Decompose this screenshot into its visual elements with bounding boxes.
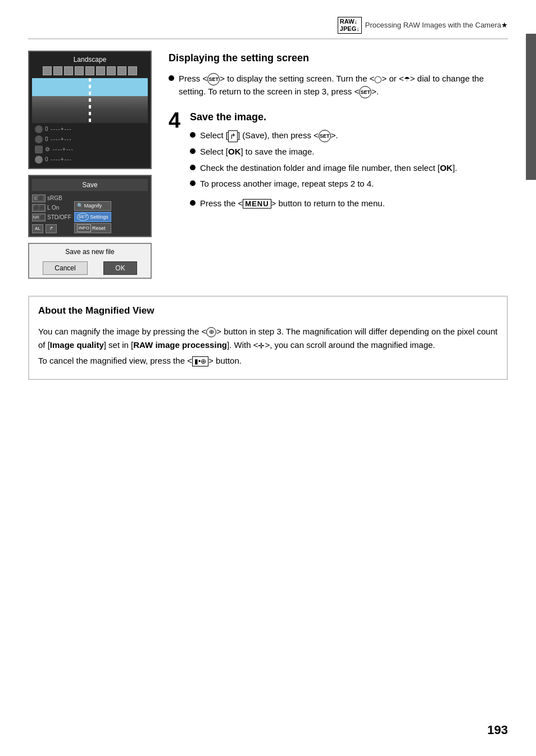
arrow-icon: ↱ bbox=[46, 224, 57, 233]
right-column: Displaying the setting screen Press <SET… bbox=[169, 51, 508, 279]
display-bullets: Press <SET> to display the setting scree… bbox=[169, 73, 508, 98]
info-icon: INFO bbox=[77, 224, 91, 232]
about-paragraph-1: You can magnify the image by pressing th… bbox=[38, 325, 498, 352]
size-icon: ⬛⬛ bbox=[32, 204, 46, 212]
menu-key: MENU bbox=[243, 199, 271, 209]
icon-sq-2 bbox=[53, 66, 62, 75]
row-icon-4 bbox=[35, 156, 43, 164]
step4-bullet-text-4: To process another image, repeat steps 2… bbox=[200, 178, 374, 191]
step4-bullet-5: Press the <MENU> button to return to the… bbox=[190, 197, 508, 210]
page-number: 193 bbox=[487, 721, 508, 739]
row-dots-1: 0 ----+--- bbox=[45, 125, 72, 133]
set-key-s4-1: SET bbox=[319, 130, 331, 142]
row-icon-2 bbox=[35, 135, 43, 143]
save-dialog-title: Save as new file bbox=[35, 247, 145, 257]
nr-icon: NR⬛ bbox=[32, 214, 46, 221]
save-row-tone: C⬛ sRGB bbox=[32, 194, 71, 202]
magnify-label: Magnify bbox=[84, 202, 102, 210]
step4-content: Save the image. Select [↱] (Save), then … bbox=[190, 110, 508, 213]
save-dialog-buttons: Cancel OK bbox=[35, 261, 145, 275]
row-icon-3 bbox=[35, 146, 43, 153]
settings-row-3: ⚙ ----+--- bbox=[35, 145, 145, 153]
icon-sq-9 bbox=[128, 66, 137, 75]
header-bar: RAW↓JPEG↓ Processing RAW Images with the… bbox=[28, 17, 508, 39]
reset-label: Reset bbox=[92, 225, 106, 233]
al-icon: AL bbox=[32, 224, 43, 233]
info-reset-button-screen: INFO Reset bbox=[74, 223, 111, 233]
raw-jpeg-badge: RAW↓JPEG↓ bbox=[338, 17, 362, 34]
bullet-dot-s4-5 bbox=[190, 200, 196, 206]
icon-sq-1 bbox=[43, 66, 52, 75]
icon-sq-8 bbox=[117, 66, 126, 75]
set-key-1: SET bbox=[207, 73, 220, 85]
row-dots-2: 0 ----+--- bbox=[45, 135, 72, 143]
magnify-button-screen: 🔍 Magnify bbox=[74, 201, 111, 211]
nr-label: STD/OFF bbox=[47, 213, 71, 221]
step4-bullet-4: To process another image, repeat steps 2… bbox=[190, 178, 508, 191]
step4-bullet-text-3: Check the destination folder and image f… bbox=[200, 162, 457, 175]
settings-row-4: 0 ----+--- bbox=[35, 155, 145, 164]
icon-sq-6 bbox=[96, 66, 105, 75]
display-heading: Displaying the setting screen bbox=[169, 51, 508, 66]
landscape-label: Landscape bbox=[32, 55, 148, 65]
magnify-icon: 🔍 bbox=[77, 202, 83, 210]
ok-bold-2: OK bbox=[440, 163, 453, 173]
bullet-dot-s4-4 bbox=[190, 180, 196, 186]
left-column: Landscape bbox=[28, 51, 152, 279]
about-paragraph-2: To cancel the magnified view, press the … bbox=[38, 354, 498, 368]
bullet-dot-s4-2 bbox=[190, 148, 196, 154]
set-settings-button-screen: SET Settings bbox=[74, 212, 111, 222]
display-bullet-text-1: Press <SET> to display the setting scree… bbox=[179, 73, 508, 98]
bullet-dot-s4-3 bbox=[190, 165, 196, 170]
section-display: Displaying the setting screen Press <SET… bbox=[169, 51, 508, 98]
ok-bold: OK bbox=[228, 147, 241, 156]
size-label: L On bbox=[47, 203, 59, 212]
tone-icon: C⬛ bbox=[32, 194, 46, 202]
settings-row-1: 0 ----+--- bbox=[35, 125, 145, 133]
save-left-panel: C⬛ sRGB ⬛⬛ L On NR⬛ STD/OFF AL bbox=[32, 194, 71, 233]
about-title: About the Magnified View bbox=[38, 304, 498, 318]
step4-title: Save the image. bbox=[190, 110, 508, 125]
step4-bullets: Select [↱] (Save), then press <SET>. Sel… bbox=[190, 129, 508, 210]
sidebar-accent bbox=[526, 34, 536, 180]
quick-dial-icon: ☂ bbox=[404, 75, 410, 83]
raw-processing-bold: RAW image processing bbox=[133, 340, 227, 350]
cancel-button[interactable]: Cancel bbox=[43, 261, 87, 275]
road-image bbox=[32, 78, 148, 123]
tone-label: sRGB bbox=[47, 194, 62, 202]
settings-rows: 0 ----+--- 0 ----+--- ⚙ ----+--- 0 ----+… bbox=[32, 123, 148, 165]
row-dots-3: ⚙ ----+--- bbox=[45, 145, 74, 153]
bullet-dot-s4-1 bbox=[190, 132, 196, 138]
ok-button[interactable]: OK bbox=[103, 261, 137, 275]
step4-bullet-1: Select [↱] (Save), then press <SET>. bbox=[190, 129, 508, 142]
scroll-symbol: ✛ bbox=[258, 341, 265, 350]
magnify-btn-symbol: ⊕ bbox=[206, 327, 216, 337]
about-body: You can magnify the image by pressing th… bbox=[38, 325, 498, 368]
step4-bullet-text-1: Select [↱] (Save), then press <SET>. bbox=[200, 129, 338, 142]
landscape-screen: Landscape bbox=[28, 51, 152, 169]
icon-bar bbox=[32, 66, 148, 75]
main-dial-icon: ◯ bbox=[374, 75, 381, 83]
save-row-size: ⬛⬛ L On bbox=[32, 203, 71, 212]
image-quality-bold: Image quality bbox=[50, 340, 104, 350]
row-icon-1 bbox=[35, 125, 43, 133]
settings-label: Settings bbox=[90, 214, 108, 221]
save-symbol: ↱ bbox=[228, 130, 238, 143]
save-bottom-icons: AL ↱ bbox=[32, 224, 71, 233]
step4-bullet-2: Select [OK] to save the image. bbox=[190, 146, 508, 159]
header-title: Processing RAW Images with the Camera bbox=[365, 20, 501, 31]
set-key-2: SET bbox=[359, 86, 371, 98]
icon-sq-3 bbox=[64, 66, 73, 75]
step4-bullet-text-5: Press the <MENU> button to return to the… bbox=[200, 197, 385, 210]
road-line bbox=[89, 78, 91, 123]
about-section: About the Magnified View You can magnify… bbox=[28, 296, 508, 380]
icon-sq-4 bbox=[75, 66, 84, 75]
save-screen: Save C⬛ sRGB ⬛⬛ L On NR⬛ STD/OF bbox=[28, 175, 152, 237]
step4-bullet-3: Check the destination folder and image f… bbox=[190, 162, 508, 175]
icon-sq-5 bbox=[85, 66, 94, 75]
save-title: Save bbox=[32, 179, 148, 191]
bullet-dot-1 bbox=[169, 75, 174, 81]
icon-sq-7 bbox=[107, 66, 116, 75]
save-dialog: Save as new file Cancel OK bbox=[28, 243, 152, 279]
header-star: ★ bbox=[501, 20, 508, 31]
